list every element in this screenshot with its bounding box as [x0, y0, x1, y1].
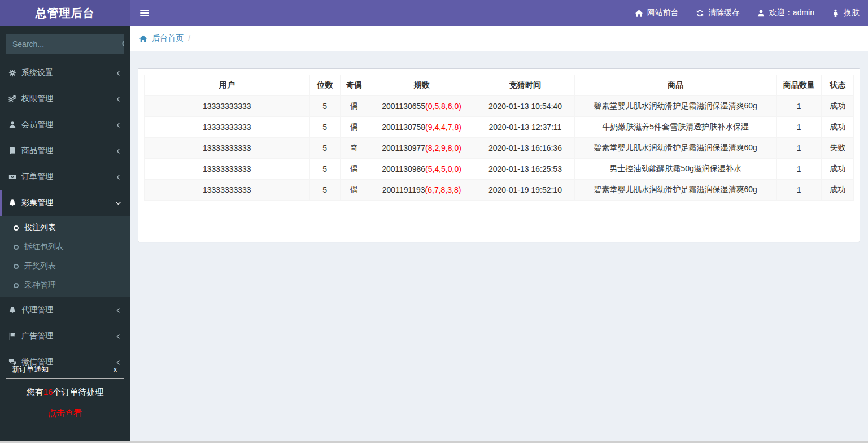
circle-icon [14, 283, 19, 288]
sidebar-subitem-seed-management[interactable]: 采种管理 [0, 276, 130, 295]
nav-change-skin[interactable]: 换肤 [823, 0, 868, 26]
cell-product: 牛奶嫩肤滋养5件套雪肤清透护肤补水保湿 [575, 117, 777, 138]
chevron-left-icon [115, 96, 121, 102]
sidebar-item-label: 订单管理 [21, 172, 110, 182]
col-header-digits: 位数 [309, 75, 340, 96]
nav-clear-cache[interactable]: 清除缓存 [687, 0, 748, 26]
money-icon [8, 173, 16, 181]
cell-user: 13333333333 [145, 138, 310, 159]
table-row: 13333333333 5 偶 2001130758(9,4,4,7,8) 20… [145, 117, 854, 138]
user-icon [8, 121, 16, 129]
issue-number: 2001130758 [382, 123, 425, 132]
cell-user: 13333333333 [145, 159, 310, 180]
circle-icon [14, 245, 19, 250]
cell-time: 2020-01-19 19:52:10 [476, 180, 575, 201]
cell-parity: 偶 [340, 180, 368, 201]
home-icon [139, 34, 147, 43]
breadcrumb-home-link[interactable]: 后台首页 [152, 33, 184, 44]
issue-number: 2001191193 [382, 185, 425, 194]
cell-product: 男士控油劲能醒肤霜50g滋润保湿补水 [575, 159, 777, 180]
notification-text-suffix: 个订单待处理 [53, 387, 103, 397]
nav-site-frontend[interactable]: 网站前台 [626, 0, 687, 26]
sidebar-item-label: 会员管理 [21, 120, 110, 130]
cell-product: 碧素堂婴儿肌水润幼滑护足霜滋润保湿清爽60g [575, 180, 777, 201]
cell-issue: 2001191193(6,7,8,3,8) [368, 180, 476, 201]
nav-link-label: 清除缓存 [708, 8, 740, 18]
cell-digits: 5 [309, 138, 340, 159]
cell-parity: 偶 [340, 117, 368, 138]
submenu-item-label: 投注列表 [24, 223, 56, 233]
nav-welcome-admin[interactable]: 欢迎：admin [748, 0, 823, 26]
sidebar-item-label: 代理管理 [21, 305, 110, 315]
sidebar-toggle-button[interactable] [130, 0, 159, 26]
notification-view-link[interactable]: 点击查看 [6, 400, 124, 428]
nav-link-label: 欢迎：admin [769, 8, 814, 18]
sidebar-item-agents[interactable]: 代理管理 [0, 297, 130, 323]
sidebar-menu: 系统设置 权限管理 会员管理 商品管理 订单管理 [0, 60, 130, 375]
sidebar: 总管理后台 系统设置 权限管理 会员管理 [0, 0, 130, 443]
sidebar-item-members[interactable]: 会员管理 [0, 112, 130, 138]
navbar-links: 网站前台 清除缓存 欢迎：admin 换肤 [626, 0, 868, 26]
book-icon [8, 147, 16, 155]
col-header-quantity: 商品数量 [777, 75, 822, 96]
content-area: 用户 位数 奇偶 期数 竞猜时间 商品 商品数量 状态 13333333333 [130, 51, 868, 242]
sidebar-subitem-bet-list[interactable]: 投注列表 [0, 218, 130, 237]
issue-draw-numbers: (5,4,5,0,0) [425, 164, 461, 173]
sidebar-subitem-red-packet-list[interactable]: 拆红包列表 [0, 237, 130, 257]
cell-issue: 2001130977(8,2,9,8,0) [368, 138, 476, 159]
cell-quantity: 1 [777, 180, 822, 201]
cell-user: 13333333333 [145, 180, 310, 201]
notification-count: 16 [43, 387, 53, 397]
sidebar-item-products[interactable]: 商品管理 [0, 138, 130, 164]
sidebar-item-permissions[interactable]: 权限管理 [0, 86, 130, 112]
app-logo[interactable]: 总管理后台 [0, 0, 130, 26]
sidebar-item-ads[interactable]: 广告管理 [0, 323, 130, 349]
cell-digits: 5 [309, 96, 340, 117]
gear-icon [8, 69, 16, 77]
sidebar-item-label: 商品管理 [21, 146, 110, 156]
col-header-product: 商品 [575, 75, 777, 96]
notification-message: 您有16个订单待处理 [6, 379, 124, 400]
cell-quantity: 1 [777, 138, 822, 159]
col-header-status: 状态 [822, 75, 854, 96]
cell-digits: 5 [309, 117, 340, 138]
submenu-item-label: 采种管理 [24, 280, 56, 290]
cell-issue: 2001130655(0,5,8,6,0) [368, 96, 476, 117]
cell-quantity: 1 [777, 117, 822, 138]
issue-draw-numbers: (9,4,4,7,8) [425, 123, 461, 132]
notification-text-prefix: 您有 [27, 387, 43, 397]
horizontal-scrollbar[interactable] [0, 441, 868, 443]
chevron-left-icon [115, 70, 121, 76]
main-area: 网站前台 清除缓存 欢迎：admin 换肤 后台首页 / [130, 0, 868, 242]
sidebar-item-system-settings[interactable]: 系统设置 [0, 60, 130, 86]
chevron-left-icon [115, 307, 121, 314]
cell-digits: 5 [309, 180, 340, 201]
nav-link-label: 网站前台 [647, 8, 679, 18]
cell-digits: 5 [309, 159, 340, 180]
close-icon[interactable]: x [112, 366, 118, 373]
chevron-down-icon [115, 200, 121, 206]
user-icon [757, 9, 765, 18]
table-row: 13333333333 5 偶 2001130655(0,5,8,6,0) 20… [145, 96, 854, 117]
bet-list-table: 用户 位数 奇偶 期数 竞猜时间 商品 商品数量 状态 13333333333 [144, 75, 854, 201]
home-icon [635, 9, 643, 18]
cell-status: 成功 [822, 96, 854, 117]
sidebar-item-label: 广告管理 [21, 331, 110, 341]
circle-icon [14, 225, 19, 231]
search-button[interactable] [121, 34, 124, 54]
search-input[interactable] [6, 34, 121, 54]
refresh-icon [696, 9, 704, 18]
cell-product: 碧素堂婴儿肌水润幼滑护足霜滋润保湿清爽60g [575, 96, 777, 117]
issue-number: 2001130655 [382, 102, 425, 111]
sidebar-item-lottery[interactable]: 彩票管理 [0, 190, 130, 216]
cell-parity: 奇 [340, 138, 368, 159]
sidebar-subitem-draw-list[interactable]: 开奖列表 [0, 257, 130, 276]
lottery-submenu: 投注列表 拆红包列表 开奖列表 采种管理 [0, 216, 130, 297]
nav-link-label: 换肤 [844, 8, 860, 18]
sidebar-item-orders[interactable]: 订单管理 [0, 164, 130, 190]
flag-icon [8, 332, 16, 340]
cell-user: 13333333333 [145, 117, 310, 138]
breadcrumb-separator: / [188, 34, 190, 43]
notification-title: 新订单通知 [12, 364, 49, 375]
cogs-icon [8, 95, 16, 103]
